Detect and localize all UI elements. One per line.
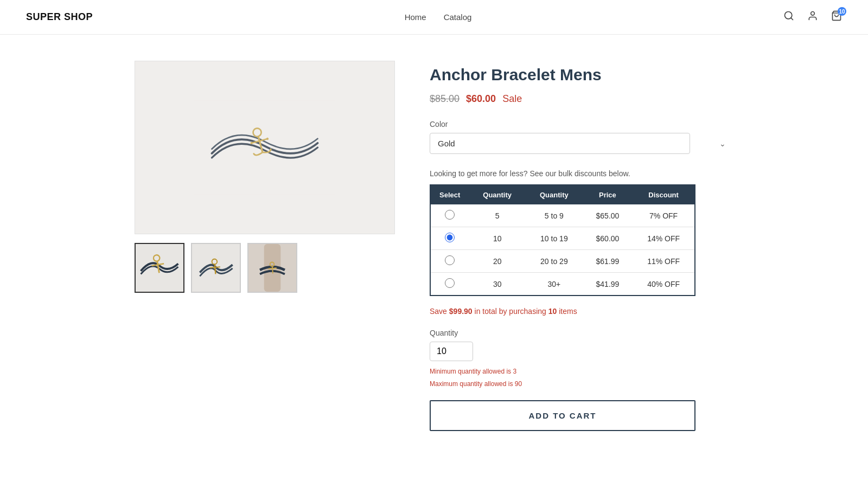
color-select-wrapper: Gold Silver Black ⌄ bbox=[430, 133, 733, 154]
quantity-label: Quantity bbox=[430, 329, 733, 337]
svg-line-16 bbox=[215, 264, 216, 274]
site-logo: SUPER SHOP bbox=[26, 11, 93, 23]
price-cell-0: $65.00 bbox=[583, 204, 633, 227]
discount-cell-2: 11% OFF bbox=[633, 250, 695, 273]
table-header-price: Price bbox=[583, 185, 633, 204]
color-label: Color bbox=[430, 120, 733, 129]
bulk-radio-0[interactable] bbox=[445, 210, 455, 220]
main-nav: Home Catalog bbox=[405, 12, 472, 22]
bulk-intro-text: Looking to get more for less? See our bu… bbox=[430, 169, 733, 178]
qty-cell-0: 5 bbox=[469, 204, 526, 227]
table-row: 20 20 to 29 $61.99 11% OFF bbox=[430, 250, 695, 273]
svg-line-21 bbox=[272, 266, 273, 273]
select-cell-0[interactable] bbox=[430, 204, 469, 227]
qty-range-cell-2: 20 to 29 bbox=[526, 250, 583, 273]
savings-post: items bbox=[557, 307, 577, 316]
nav-home[interactable]: Home bbox=[405, 12, 426, 22]
cart-count: 10 bbox=[838, 7, 846, 16]
svg-line-22 bbox=[269, 268, 277, 268]
bulk-radio-2[interactable] bbox=[445, 255, 455, 265]
qty-cell-1: 10 bbox=[469, 227, 526, 250]
thumbnail-1[interactable] bbox=[135, 243, 184, 293]
svg-rect-4 bbox=[194, 100, 335, 194]
thumbnail-3[interactable] bbox=[247, 243, 297, 293]
table-header-qty1: Quantity bbox=[469, 185, 526, 204]
product-title: Anchor Bracelet Mens bbox=[430, 65, 733, 85]
account-button[interactable] bbox=[807, 10, 818, 24]
quantity-input-wrapper bbox=[430, 342, 733, 361]
savings-mid: in total by purchasing bbox=[473, 307, 548, 316]
qty-cell-3: 30 bbox=[469, 273, 526, 296]
table-row: 10 10 to 19 $60.00 14% OFF bbox=[430, 227, 695, 250]
cart-button[interactable]: 10 bbox=[831, 10, 842, 24]
product-info: Anchor Bracelet Mens $85.00 $60.00 Sale … bbox=[430, 61, 733, 431]
discount-cell-3: 40% OFF bbox=[633, 273, 695, 296]
qty-range-cell-3: 30+ bbox=[526, 273, 583, 296]
select-cell-1[interactable] bbox=[430, 227, 469, 250]
product-images bbox=[135, 61, 395, 431]
add-to-cart-button[interactable]: ADD TO CART bbox=[430, 400, 695, 431]
savings-qty: 10 bbox=[548, 307, 557, 316]
table-row: 5 5 to 9 $65.00 7% OFF bbox=[430, 204, 695, 227]
qty-range-cell-1: 10 to 19 bbox=[526, 227, 583, 250]
price-cell-1: $60.00 bbox=[583, 227, 633, 250]
table-header-select: Select bbox=[430, 185, 469, 204]
select-cell-3[interactable] bbox=[430, 273, 469, 296]
sale-price: $60.00 bbox=[466, 93, 496, 105]
price-cell-3: $41.99 bbox=[583, 273, 633, 296]
savings-text: Save $99.90 in total by purchasing 10 it… bbox=[430, 307, 733, 316]
table-row: 30 30+ $41.99 40% OFF bbox=[430, 273, 695, 296]
qty-min-message: Minimum quantity allowed is 3 bbox=[430, 367, 733, 377]
search-button[interactable] bbox=[783, 10, 794, 24]
qty-cell-2: 20 bbox=[469, 250, 526, 273]
savings-amount: $99.90 bbox=[449, 307, 473, 316]
savings-pre: Save bbox=[430, 307, 449, 316]
price-cell-2: $61.99 bbox=[583, 250, 633, 273]
svg-point-2 bbox=[811, 12, 815, 16]
chevron-down-icon: ⌄ bbox=[719, 139, 726, 148]
quantity-input[interactable] bbox=[430, 342, 473, 361]
discount-cell-1: 14% OFF bbox=[633, 227, 695, 250]
bulk-radio-1[interactable] bbox=[445, 233, 455, 242]
qty-range-cell-0: 5 to 9 bbox=[526, 204, 583, 227]
table-header-discount: Discount bbox=[633, 185, 695, 204]
color-select[interactable]: Gold Silver Black bbox=[430, 133, 690, 154]
table-header-qty2: Quantity bbox=[526, 185, 583, 204]
header-icons: 10 bbox=[783, 10, 842, 24]
main-product-image bbox=[135, 61, 395, 234]
qty-max-message: Maximum quantity allowed is 90 bbox=[430, 379, 733, 389]
original-price: $85.00 bbox=[430, 93, 459, 105]
nav-catalog[interactable]: Catalog bbox=[444, 12, 472, 22]
sale-label: Sale bbox=[502, 93, 522, 105]
thumbnail-2[interactable] bbox=[191, 243, 241, 293]
svg-line-1 bbox=[791, 18, 793, 20]
select-cell-2[interactable] bbox=[430, 250, 469, 273]
discount-cell-0: 7% OFF bbox=[633, 204, 695, 227]
bulk-radio-3[interactable] bbox=[445, 278, 455, 288]
bulk-discount-table: Select Quantity Quantity Price Discount … bbox=[430, 184, 695, 296]
thumbnail-list bbox=[135, 243, 395, 293]
price-row: $85.00 $60.00 Sale bbox=[430, 93, 733, 105]
